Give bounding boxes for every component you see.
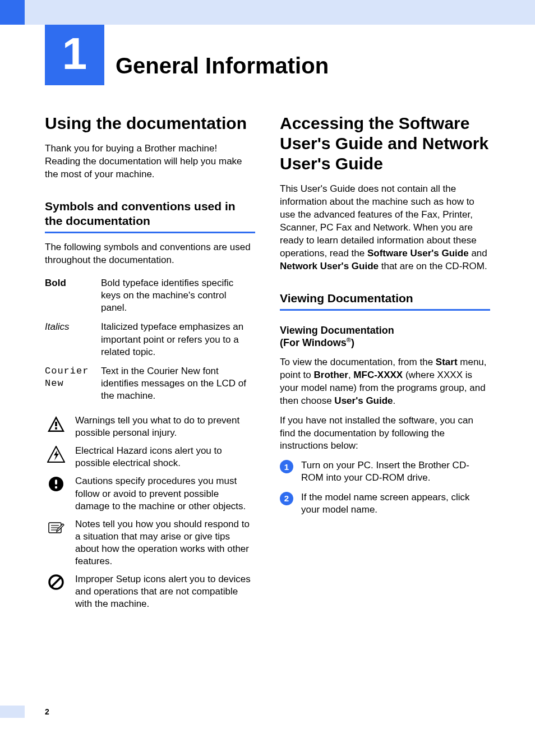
svg-point-8	[55, 486, 57, 488]
mini-line2b: )	[351, 337, 354, 348]
step-1: 1 Turn on your PC. Insert the Brother CD…	[280, 459, 490, 484]
warning-icon	[45, 414, 67, 432]
chapter-header: 1 General Information	[45, 25, 490, 85]
txt: and	[469, 248, 487, 259]
subsection-symbols: Symbols and conventions used in the docu…	[45, 199, 255, 229]
txt-bold: Network User's Guide	[280, 261, 379, 271]
txt: .	[393, 395, 396, 406]
subsection-viewing: Viewing Documentation	[280, 291, 490, 306]
intro-text: Thank you for buying a Brother machine! …	[45, 142, 255, 181]
step-number-2: 2	[280, 492, 293, 505]
note-text: Notes tell you how you should respond to…	[75, 518, 255, 568]
svg-marker-5	[54, 450, 59, 460]
improper-setup-icon	[45, 573, 67, 590]
txt-bold: Software User's Guide	[367, 248, 469, 259]
txt-bold: Brother	[314, 370, 348, 380]
svg-rect-2	[55, 422, 57, 426]
icon-list: Warnings tell you what to do to prevent …	[45, 414, 255, 610]
courier-label: Courier New	[45, 362, 101, 405]
caution-text: Cautions specify procedures you must fol…	[75, 475, 255, 512]
mini-line1: Viewing Documentation	[280, 325, 394, 336]
right-column: Accessing the Software User's Guide and …	[280, 113, 490, 616]
bold-desc: Bold typeface identifies specific keys o…	[101, 274, 255, 317]
electrical-text: Electrical Hazard icons alert you to pos…	[75, 445, 255, 469]
viewing-p2: If you have not installed the software, …	[280, 414, 490, 453]
svg-rect-7	[55, 480, 57, 485]
step-2: 2 If the model name screen appears, clic…	[280, 491, 490, 516]
svg-rect-3	[55, 427, 57, 430]
courier-desc: Text in the Courier New font identifies …	[101, 362, 255, 405]
txt-bold: User's Guide	[334, 395, 393, 406]
svg-line-15	[52, 578, 61, 587]
txt: that are on the CD-ROM.	[379, 261, 487, 271]
warning-text: Warnings tell you what to do to prevent …	[75, 414, 255, 439]
txt-bold: MFC-XXXX	[353, 370, 403, 380]
chapter-title: General Information	[116, 53, 329, 85]
italics-desc: Italicized typeface emphasizes an import…	[101, 317, 255, 361]
viewing-p1: To view the documentation, from the Star…	[280, 356, 490, 408]
header-accent	[0, 0, 535, 25]
page-number: 2	[45, 707, 49, 716]
txt: To view the documentation, from the	[280, 357, 436, 367]
mini-line2a: (For Windows	[280, 337, 347, 348]
mini-heading-windows: Viewing Documentation (For Windows®)	[280, 324, 490, 349]
step-2-text: If the model name screen appears, click …	[301, 491, 490, 516]
rule	[45, 232, 255, 233]
italics-label: Italics	[45, 317, 101, 361]
txt: This User's Guide does not contain all t…	[280, 183, 477, 259]
note-icon	[45, 518, 67, 535]
section-using-docs: Using the documentation	[45, 113, 255, 133]
caution-icon	[45, 475, 67, 492]
chapter-number: 1	[45, 25, 104, 85]
section-accessing: Accessing the Software User's Guide and …	[280, 113, 490, 174]
bold-label: Bold	[45, 274, 101, 317]
electrical-hazard-icon	[45, 445, 67, 463]
footer-accent	[0, 706, 25, 718]
txt-bold: Start	[436, 357, 458, 367]
rule	[280, 309, 490, 311]
step-1-text: Turn on your PC. Insert the Brother CD-R…	[301, 459, 490, 484]
accessing-intro: This User's Guide does not contain all t…	[280, 183, 490, 273]
improper-text: Improper Setup icons alert you to device…	[75, 573, 255, 610]
txt: ,	[348, 370, 353, 380]
step-number-1: 1	[280, 460, 293, 473]
page-footer: 2	[45, 706, 490, 718]
registered-mark: ®	[347, 336, 351, 343]
left-column: Using the documentation Thank you for bu…	[45, 113, 255, 616]
typeface-table: Bold Bold typeface identifies specific k…	[45, 274, 255, 405]
symbols-intro: The following symbols and conventions ar…	[45, 241, 255, 267]
